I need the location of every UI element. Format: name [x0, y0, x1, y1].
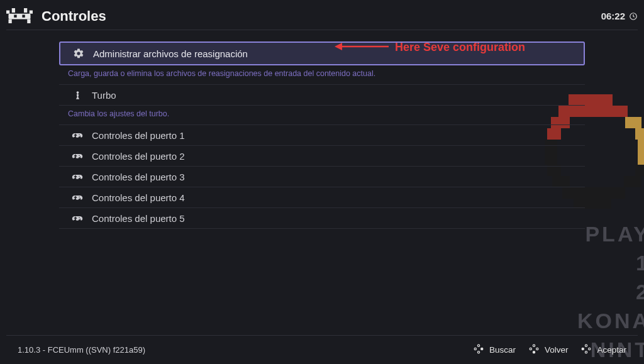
menu-item-port-4[interactable]: Controles del puerto 4 — [59, 187, 585, 208]
page-title: Controles — [42, 8, 106, 25]
svg-rect-2 — [12, 8, 15, 13]
menu-item-label: Controles del puerto 1 — [92, 130, 185, 141]
footer-buttons: Buscar Volver Aceptar — [473, 343, 626, 356]
chess-piece-icon — [68, 91, 87, 100]
clock-time: 06:22 — [601, 11, 625, 21]
svg-rect-8 — [22, 14, 25, 17]
gamepad-icon — [68, 171, 87, 182]
menu-item-label: Controles del puerto 2 — [92, 151, 185, 162]
svg-point-17 — [530, 348, 531, 350]
dpad-icon — [528, 343, 540, 356]
svg-rect-0 — [9, 13, 31, 19]
svg-point-13 — [474, 348, 476, 350]
svg-rect-4 — [30, 10, 33, 13]
svg-rect-5 — [9, 19, 12, 23]
arrow-left-icon — [335, 42, 389, 53]
footer-button-search[interactable]: Buscar — [473, 343, 516, 356]
gear-icon — [69, 48, 88, 59]
svg-marker-11 — [335, 43, 342, 50]
footer-button-label: Buscar — [489, 345, 516, 355]
svg-rect-3 — [24, 8, 27, 13]
menu-item-label: Controles del puerto 5 — [92, 213, 185, 224]
retroarch-logo-icon — [6, 8, 33, 25]
clock: 06:22 — [601, 11, 638, 21]
footer-button-label: Volver — [545, 345, 569, 355]
annotation-text: Here Seve configuration — [395, 41, 525, 54]
menu-item-port-5[interactable]: Controles del puerto 5 — [59, 208, 585, 229]
menu-item-label: Turbo — [92, 90, 116, 101]
menu-item-port-2[interactable]: Controles del puerto 2 — [59, 146, 585, 167]
dpad-icon — [580, 343, 592, 356]
clock-icon — [629, 12, 638, 21]
footer: 1.10.3 - FCEUmm ((SVN) f221a59) Buscar V… — [6, 335, 638, 364]
menu-item-label: Administrar archivos de reasignación — [93, 48, 248, 59]
menu-item-turbo-hint: Cambia los ajustes del turbo. — [59, 106, 585, 125]
svg-rect-7 — [14, 14, 16, 17]
menu-content: Administrar archivos de reasignación Her… — [59, 41, 585, 229]
svg-rect-1 — [6, 10, 9, 13]
annotation-here-save-configuration: Here Seve configuration — [335, 41, 525, 54]
svg-point-16 — [533, 345, 535, 346]
footer-button-label: Aceptar — [597, 345, 626, 355]
svg-point-21 — [582, 348, 584, 350]
gamepad-icon — [68, 212, 87, 224]
menu-item-label: Controles del puerto 3 — [92, 172, 185, 182]
svg-point-12 — [477, 345, 479, 346]
menu-item-turbo[interactable]: Turbo — [59, 85, 585, 106]
menu-item-manage-hint: Carga, guarda o elimina los archivos de … — [59, 65, 585, 85]
svg-point-22 — [589, 348, 591, 350]
gamepad-icon — [68, 192, 87, 203]
svg-point-15 — [477, 351, 479, 353]
gamepad-icon — [68, 130, 87, 141]
gamepad-icon — [68, 150, 87, 162]
version-label: 1.10.3 - FCEUmm ((SVN) f221a59) — [18, 345, 145, 355]
footer-button-back[interactable]: Volver — [528, 343, 569, 356]
svg-point-18 — [536, 348, 538, 350]
menu-item-manage-remap-files[interactable]: Administrar archivos de reasignación Her… — [59, 41, 585, 65]
menu-item-port-1[interactable]: Controles del puerto 1 — [59, 125, 585, 146]
svg-rect-6 — [27, 19, 30, 23]
svg-point-14 — [481, 348, 483, 350]
menu-item-port-3[interactable]: Controles del puerto 3 — [59, 167, 585, 187]
header: Controles 06:22 — [6, 6, 638, 30]
footer-button-ok[interactable]: Aceptar — [580, 343, 626, 356]
menu-item-label: Controles del puerto 4 — [92, 192, 185, 203]
svg-point-19 — [533, 351, 535, 353]
screen: PLAY 1 2 KONA NINT Controles 06:22 — [0, 0, 644, 364]
svg-point-23 — [586, 351, 587, 353]
dpad-icon — [473, 343, 484, 356]
svg-point-20 — [586, 345, 587, 346]
